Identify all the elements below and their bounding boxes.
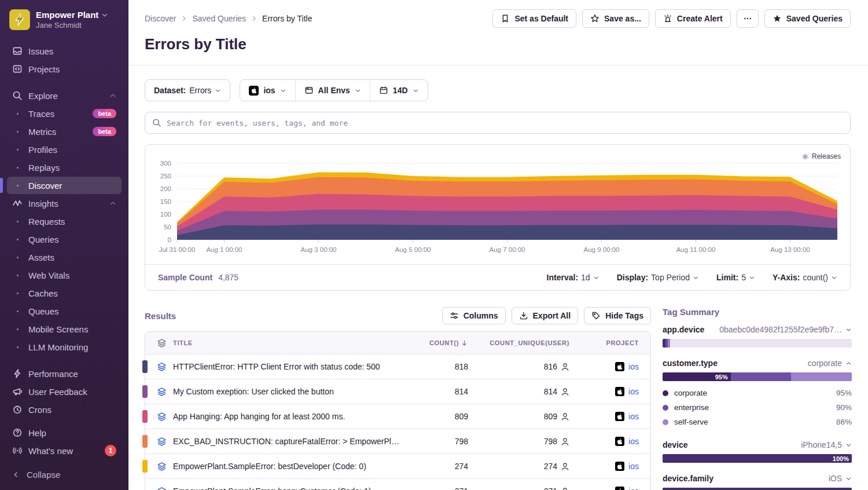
row-title[interactable]: HTTPClientError: HTTP Client Error with … <box>173 362 410 371</box>
sidebar-item-mobile-screens[interactable]: Mobile Screens <box>7 320 122 338</box>
breadcrumb-discover[interactable]: Discover <box>145 14 176 23</box>
project-link[interactable]: ios <box>628 462 639 471</box>
environment-selector[interactable]: All Envs <box>295 80 370 101</box>
interval-selector[interactable]: Interval:1d <box>547 273 599 282</box>
sidebar-item-issues[interactable]: Issues <box>7 42 122 60</box>
yaxis-selector[interactable]: Y-Axis:count() <box>773 273 837 282</box>
more-options-button[interactable] <box>737 9 759 28</box>
sidebar-item-crons[interactable]: Crons <box>7 401 122 418</box>
bullet-dot <box>12 221 23 222</box>
tag-distribution-bar[interactable] <box>663 339 852 348</box>
org-user: Jane Schmidt <box>36 21 108 30</box>
sidebar-item-requests[interactable]: Requests <box>7 213 122 230</box>
table-row[interactable]: EXC_BAD_INSTRUCTION: captureFatalError: … <box>145 429 650 454</box>
bullet-dot <box>12 257 23 258</box>
table-row[interactable]: EmpowerPlant.SampleError: bestDeveloper … <box>145 454 650 478</box>
bullet-dot <box>12 346 23 348</box>
row-title[interactable]: App Hanging: App hanging for at least 20… <box>173 412 410 421</box>
row-count: 814 <box>410 387 468 396</box>
sidebar-item-performance[interactable]: Performance <box>7 365 122 382</box>
sidebar-item-web-vitals[interactable]: Web Vitals <box>7 266 122 284</box>
sidebar-item-queues[interactable]: Queues <box>7 302 122 320</box>
date-range-selector[interactable]: 14D <box>370 80 428 101</box>
row-project: ios <box>569 412 639 421</box>
sidebar-item-whats-new[interactable]: What's new1 <box>7 442 122 459</box>
tag-header[interactable]: device.family iOS <box>663 474 852 483</box>
sidebar-item-projects[interactable]: Projects <box>7 60 122 78</box>
row-count-unique: 798 <box>468 437 569 446</box>
search-input[interactable] <box>167 119 843 127</box>
row-title[interactable]: EmpowerPlant.SampleError: bestDeveloper … <box>173 462 410 471</box>
bullet-dot <box>12 328 23 330</box>
sidebar-item-caches[interactable]: Caches <box>7 284 122 302</box>
dataset-selector[interactable]: Dataset: Errors <box>145 79 230 101</box>
tag-entry-app-device: app.device 0baebc0de4982f1255f2e9e9fb7… <box>663 325 852 348</box>
bullet-dot <box>12 310 23 312</box>
tag-distribution-bar[interactable]: 100% <box>663 454 852 463</box>
releases-legend[interactable]: Releases <box>803 152 841 160</box>
table-row[interactable]: HTTPClientError: HTTP Client Error with … <box>145 354 650 379</box>
tag-header[interactable]: customer.type corporate <box>663 359 852 368</box>
row-title[interactable]: EXC_BAD_INSTRUCTION: captureFatalError: … <box>173 437 410 446</box>
project-link[interactable]: ios <box>628 362 639 371</box>
chevron-down-icon <box>845 442 852 448</box>
sidebar-item-replays[interactable]: Replays <box>7 159 122 176</box>
org-switcher[interactable]: Empower Plant Jane Schmidt <box>0 9 128 30</box>
series-color-chip <box>142 435 148 448</box>
row-title[interactable]: My Custom exeption: User clicked the but… <box>173 387 410 396</box>
sidebar-section-explore[interactable]: Explore <box>7 87 122 104</box>
chevron-down-icon <box>593 275 599 281</box>
tag-header[interactable]: app.device 0baebc0de4982f1255f2e9e9fb7… <box>663 325 852 334</box>
apple-icon <box>615 437 624 446</box>
row-count: 809 <box>410 412 468 421</box>
project-selector[interactable]: ios <box>240 80 295 101</box>
sidebar-item-profiles[interactable]: Profiles <box>7 141 122 158</box>
tag-distribution-bar[interactable]: 95% <box>663 372 852 381</box>
chart-footer: Sample Count 4,875 Interval:1d Display:T… <box>145 264 850 290</box>
apple-icon <box>615 487 624 490</box>
export-all-button[interactable]: Export All <box>512 307 579 324</box>
svg-text:250: 250 <box>160 173 171 180</box>
sidebar-item-discover[interactable]: Discover <box>7 177 122 194</box>
sidebar-section-insights[interactable]: Insights <box>7 195 122 212</box>
performance-icon <box>12 368 23 379</box>
breadcrumb-saved-queries[interactable]: Saved Queries <box>192 14 246 23</box>
sidebar-item-llm-monitoring[interactable]: LLM Monitoring <box>7 338 122 356</box>
svg-text:Aug 13 00:00: Aug 13 00:00 <box>770 246 810 253</box>
row-title[interactable]: EmpowerPlant.SampleError: happyCustomer … <box>173 487 410 490</box>
chevron-down-icon <box>845 327 852 333</box>
tag-header[interactable]: device iPhone14,5 <box>663 440 852 449</box>
project-link[interactable]: ios <box>628 387 639 396</box>
layers-icon <box>157 487 167 490</box>
sidebar-item-help[interactable]: Help <box>7 424 122 441</box>
col-count[interactable]: COUNT() <box>410 339 468 347</box>
sidebar-item-metrics[interactable]: Metricsbeta <box>7 123 122 140</box>
table-row[interactable]: EmpowerPlant.SampleError: happyCustomer … <box>145 478 650 490</box>
clock-icon <box>12 404 23 415</box>
set-as-default-button[interactable]: Set as Default <box>492 9 576 28</box>
project-link[interactable]: ios <box>628 412 639 421</box>
columns-button[interactable]: Columns <box>442 307 506 324</box>
table-row[interactable]: App Hanging: App hanging for at least 20… <box>145 404 650 429</box>
tag-distribution-bar[interactable]: 100% <box>663 488 852 490</box>
col-project: PROJECT <box>569 339 639 346</box>
sidebar-item-queries[interactable]: Queries <box>7 231 122 248</box>
table-row[interactable]: My Custom exeption: User clicked the but… <box>145 379 650 404</box>
save-as-button[interactable]: Save as... <box>582 9 649 28</box>
project-link[interactable]: ios <box>628 487 639 490</box>
sidebar-item-traces[interactable]: Tracesbeta <box>7 105 122 122</box>
beta-badge: beta <box>93 109 116 118</box>
display-selector[interactable]: Display:Top Period <box>617 273 699 282</box>
limit-selector[interactable]: Limit:5 <box>716 273 755 282</box>
sidebar-collapse-button[interactable]: Collapse <box>0 464 128 490</box>
svg-text:Aug 11 00:00: Aug 11 00:00 <box>676 246 716 253</box>
apple-icon <box>615 387 624 396</box>
sidebar-item-assets[interactable]: Assets <box>7 248 122 266</box>
sidebar-item-user-feedback[interactable]: User Feedback <box>7 383 122 400</box>
saved-queries-button[interactable]: Saved Queries <box>764 9 851 28</box>
user-icon <box>561 437 569 446</box>
apple-icon <box>615 412 624 421</box>
create-alert-button[interactable]: Create Alert <box>655 9 731 28</box>
hide-tags-button[interactable]: Hide Tags <box>584 307 651 324</box>
project-link[interactable]: ios <box>628 437 639 446</box>
